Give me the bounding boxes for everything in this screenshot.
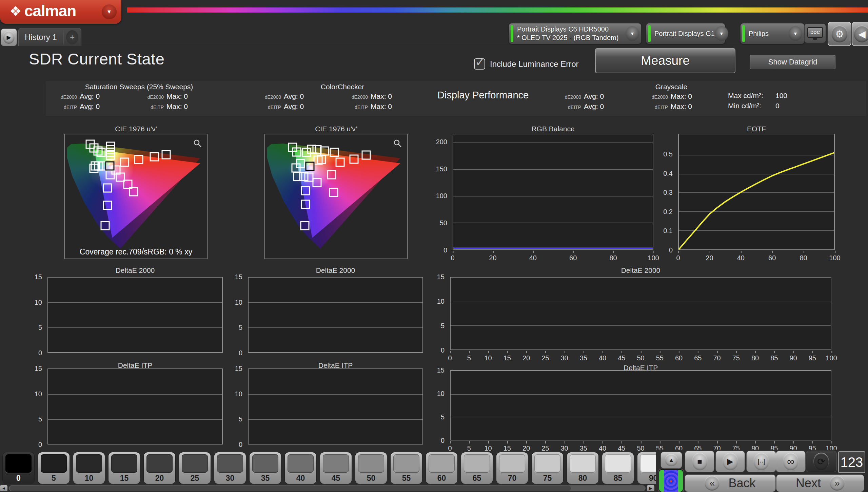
patch-swatch (429, 454, 455, 473)
x-tick-label: 20 (522, 444, 530, 452)
gridline (249, 302, 422, 303)
add-tab-button[interactable]: + (63, 30, 81, 44)
ddc-control-button[interactable]: DDC (804, 24, 826, 43)
gridline (249, 394, 422, 395)
logo-dropdown-arrow-icon[interactable]: ▼ (102, 4, 117, 19)
gray-patch-10[interactable]: 10 (73, 452, 105, 484)
plot-area (678, 134, 835, 250)
stat-metric-label: dE2000 (55, 94, 77, 100)
meter-dropdown-probe[interactable]: Portrait Displays C6 HDR5000 * OLED TV 2… (509, 23, 642, 44)
luminance-value: 100 (775, 92, 787, 100)
x-tick-label: 80 (751, 354, 759, 362)
gray-patch-75[interactable]: 75 (532, 452, 563, 484)
y-tick-label: 10 (437, 297, 445, 305)
collapse-panel-button[interactable]: ◀ (852, 22, 868, 46)
patch-label: 60 (426, 474, 457, 483)
patch-swatch (41, 454, 67, 473)
gray-patch-15[interactable]: 15 (108, 452, 140, 484)
x-tick-label: 40 (737, 254, 745, 262)
x-tick-label: 90 (789, 354, 797, 362)
stat-metric-label: dEITP (559, 105, 581, 110)
gray-patch-45[interactable]: 45 (320, 452, 352, 484)
stop-button[interactable]: ■ (685, 451, 714, 472)
gray-patch-30[interactable]: 30 (214, 452, 246, 484)
back-label: Back (728, 476, 755, 490)
scrollbar-track[interactable] (9, 485, 646, 491)
zoom-icon[interactable] (393, 139, 402, 148)
next-button[interactable]: Next » (776, 474, 864, 492)
dropdown-arrow-icon[interactable]: ▼ (789, 26, 802, 41)
gray-patch-70[interactable]: 70 (496, 452, 528, 484)
pattern-preview-thumbnail[interactable] (658, 469, 684, 492)
checkbox-box[interactable]: ✓ (474, 58, 485, 70)
y-tick-label: 100 (436, 192, 447, 200)
calman-logo-button[interactable]: ❖ calman ▼ (0, 0, 121, 24)
show-datagrid-button[interactable]: Show Datagrid (750, 55, 835, 69)
stats-panel: Saturation Sweeps (25% Sweeps) dE2000Avg… (46, 81, 866, 116)
scrollbar-thumb[interactable] (10, 486, 571, 491)
stop-icon: ■ (692, 453, 708, 470)
scroll-right-icon[interactable]: ▶ (647, 485, 654, 491)
gray-patch-35[interactable]: 35 (250, 452, 281, 484)
patch-label: 45 (320, 474, 352, 483)
chart-deltaeitp-grayscale: DeltaE ITP 05101505101520253035404550556… (431, 364, 833, 452)
play-button[interactable]: ▶ (715, 451, 745, 472)
stat-value: Max: 0 (166, 102, 188, 111)
dropdown-arrow-icon[interactable]: ▼ (715, 26, 728, 41)
zoom-icon[interactable] (193, 139, 202, 148)
gray-patch-40[interactable]: 40 (285, 452, 316, 484)
tab-history-1[interactable]: History 1 + (18, 28, 81, 46)
measure-button[interactable]: Measure (595, 48, 735, 73)
gray-patch-20[interactable]: 20 (144, 452, 175, 484)
gray-patch-65[interactable]: 65 (461, 452, 493, 484)
patch-label: 20 (144, 474, 175, 483)
patch-label: 5 (38, 474, 70, 483)
settings-button[interactable]: ⚙ (828, 22, 851, 46)
patch-swatch (182, 454, 208, 473)
meter-dropdown-source[interactable]: Portrait Displays G1 ▼ (646, 23, 725, 44)
gray-patch-5[interactable]: 5 (38, 452, 70, 484)
measurement-square (129, 187, 138, 196)
tab-scroll-button[interactable]: ▶ (1, 29, 17, 46)
x-tick-label: 100 (826, 354, 837, 362)
chart-title: CIE 1976 u'v' (264, 125, 408, 133)
cie-diagram: Coverage rec.709/sRGB: 0 % xy (64, 134, 208, 259)
range-mode-button[interactable]: [··] (746, 451, 776, 472)
x-tick-label: 20 (522, 354, 530, 362)
gray-patch-25[interactable]: 25 (179, 452, 211, 484)
y-axis-labels: 051015 (29, 277, 45, 353)
loop-button[interactable]: ∞ (776, 451, 806, 472)
gray-patch-60[interactable]: 60 (426, 452, 457, 484)
gridline (48, 327, 222, 328)
gridline (48, 302, 222, 303)
measurement-square (150, 152, 159, 162)
gray-patch-0[interactable]: 0 (3, 452, 34, 484)
x-tick-label: 35 (580, 444, 587, 452)
gray-patch-80[interactable]: 80 (567, 452, 598, 484)
x-tick-label: 20 (489, 254, 496, 262)
checkmark-icon: ✓ (475, 55, 485, 69)
patch-swatch (252, 454, 278, 473)
chart-cie-saturation: CIE 1976 u'v' Coverage rec.709/sRGB: 0 %… (64, 125, 208, 261)
stat-metric-label: dE2000 (646, 94, 668, 100)
refresh-button[interactable]: ⟳ (806, 451, 837, 472)
x-tick-label: 25 (541, 354, 549, 362)
patch-swatch (288, 454, 314, 473)
dropdown-arrow-icon[interactable]: ▼ (626, 26, 639, 41)
patch-label: 10 (73, 474, 105, 483)
chart-deltaeitp-saturation: DeltaE ITP 051015 (29, 361, 225, 446)
stat-cell: dE2000Max: 0 (142, 92, 229, 102)
back-button[interactable]: « Back (685, 474, 776, 492)
include-luminance-checkbox[interactable]: ✓ Include Luminance Error (474, 58, 578, 70)
y-axis-labels: 050100150200 (434, 134, 451, 250)
gray-patch-50[interactable]: 50 (355, 452, 387, 484)
collapse-strip-button[interactable]: ▲ (660, 452, 682, 469)
gridline (48, 419, 222, 420)
patch-scrollbar[interactable]: ◄ ▶ (0, 485, 654, 492)
chart-deltaeitp-colorchecker: DeltaE ITP 051015 (229, 361, 426, 446)
gray-patch-55[interactable]: 55 (391, 452, 422, 484)
gray-patch-85[interactable]: 85 (602, 452, 634, 484)
patch-swatch (464, 454, 490, 473)
scroll-left-icon[interactable]: ◄ (0, 485, 7, 491)
meter-dropdown-display[interactable]: Philips ▼ (740, 23, 805, 44)
